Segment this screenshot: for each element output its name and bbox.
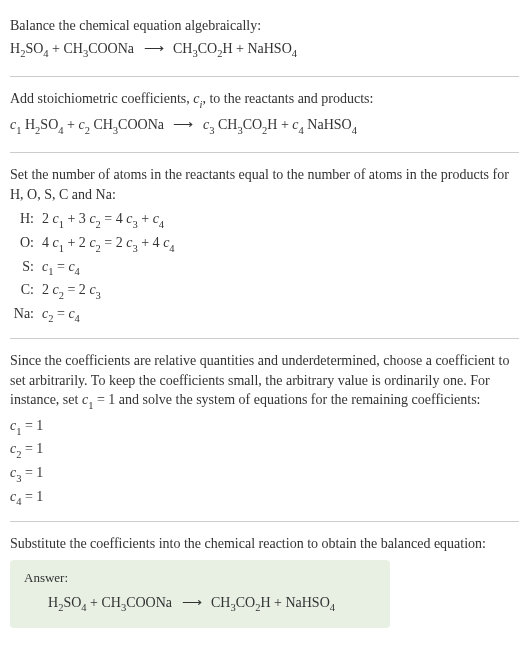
coeff-row: c3 = 1 bbox=[10, 462, 519, 486]
eq-sub: 3 bbox=[192, 48, 197, 59]
eq-sub: 3 bbox=[83, 48, 88, 59]
eq-text: COONa bbox=[118, 117, 167, 132]
eq-sub: 4 bbox=[43, 48, 48, 59]
eq-sub: 3 bbox=[121, 602, 126, 613]
eq-text: CH bbox=[214, 117, 237, 132]
atom-label: C: bbox=[10, 279, 42, 303]
divider bbox=[10, 76, 519, 77]
eq-text: CH bbox=[208, 595, 231, 610]
eq-sub: 3 bbox=[230, 602, 235, 613]
var-sub: 1 bbox=[16, 125, 21, 136]
eq-text: CO bbox=[198, 41, 217, 56]
eq-text: SO bbox=[25, 41, 43, 56]
arrow-icon: ⟶ bbox=[144, 38, 164, 60]
var-sub: 3 bbox=[209, 125, 214, 136]
eq-text: H + NaHSO bbox=[260, 595, 329, 610]
eq-text: + CH bbox=[49, 41, 83, 56]
eq-sub: 2 bbox=[262, 125, 267, 136]
eq-sub: 4 bbox=[81, 602, 86, 613]
atom-label: H: bbox=[10, 208, 42, 232]
coeff-row: c2 = 1 bbox=[10, 438, 519, 462]
atom-equation: 2 c2 = 2 c3 bbox=[42, 279, 519, 303]
atom-row: S: c1 = c4 bbox=[10, 256, 519, 280]
section-problem: Balance the chemical equation algebraica… bbox=[10, 8, 519, 72]
eq-text: H bbox=[21, 117, 35, 132]
atom-label: S: bbox=[10, 256, 42, 280]
eq-text: SO bbox=[40, 117, 58, 132]
eq-text: + bbox=[64, 117, 79, 132]
var-c: c bbox=[292, 117, 298, 132]
answer-label: Answer: bbox=[24, 570, 376, 586]
atom-equation: c2 = c4 bbox=[42, 303, 519, 327]
eq-text: H bbox=[10, 41, 20, 56]
eq-text: SO bbox=[63, 595, 81, 610]
problem-equation: H2SO4 + CH3COONa ⟶ CH3CO2H + NaHSO4 bbox=[10, 38, 519, 63]
eq-text: H + bbox=[267, 117, 292, 132]
atom-equation: 4 c1 + 2 c2 = 2 c3 + 4 c4 bbox=[42, 232, 519, 256]
atom-row: H: 2 c1 + 3 c2 = 4 c3 + c4 bbox=[10, 208, 519, 232]
eq-sub: 4 bbox=[292, 48, 297, 59]
atom-label: O: bbox=[10, 232, 42, 256]
atom-equation: c1 = c4 bbox=[42, 256, 519, 280]
solve-intro: Since the coefficients are relative quan… bbox=[10, 351, 519, 413]
answer-equation: H2SO4 + CH3COONa ⟶ CH3CO2H + NaHSO4 bbox=[24, 592, 376, 617]
eq-sub: 2 bbox=[35, 125, 40, 136]
var-c: c bbox=[78, 117, 84, 132]
eq-text: H + NaHSO bbox=[222, 41, 291, 56]
intro-text: , to the reactants and products: bbox=[202, 91, 373, 106]
eq-sub: 4 bbox=[352, 125, 357, 136]
var-sub: i bbox=[199, 99, 202, 110]
stoich-equation: c1 H2SO4 + c2 CH3COONa ⟶ c3 CH3CO2H + c4… bbox=[10, 114, 519, 139]
stoich-intro: Add stoichiometric coefficients, ci, to … bbox=[10, 89, 519, 111]
eq-text: CO bbox=[243, 117, 262, 132]
eq-sub: 2 bbox=[20, 48, 25, 59]
intro-text: = 1 and solve the system of equations fo… bbox=[93, 392, 480, 407]
eq-sub: 2 bbox=[217, 48, 222, 59]
coeff-row: c1 = 1 bbox=[10, 415, 519, 439]
answer-box: Answer: H2SO4 + CH3COONa ⟶ CH3CO2H + NaH… bbox=[10, 560, 390, 629]
arrow-icon: ⟶ bbox=[173, 114, 193, 136]
atom-row: C: 2 c2 = 2 c3 bbox=[10, 279, 519, 303]
eq-text: H bbox=[48, 595, 58, 610]
section-solve: Since the coefficients are relative quan… bbox=[10, 343, 519, 517]
answer-intro: Substitute the coefficients into the che… bbox=[10, 534, 519, 554]
eq-sub: 2 bbox=[255, 602, 260, 613]
coefficient-list: c1 = 1 c2 = 1 c3 = 1 c4 = 1 bbox=[10, 415, 519, 509]
eq-text: CH bbox=[90, 117, 113, 132]
atom-row: Na: c2 = c4 bbox=[10, 303, 519, 327]
atoms-intro: Set the number of atoms in the reactants… bbox=[10, 165, 519, 204]
eq-text: + CH bbox=[87, 595, 121, 610]
eq-text: NaHSO bbox=[304, 117, 352, 132]
var-sub: 4 bbox=[299, 125, 304, 136]
atom-equations-table: H: 2 c1 + 3 c2 = 4 c3 + c4 O: 4 c1 + 2 c… bbox=[10, 208, 519, 326]
eq-text: COONa bbox=[88, 41, 137, 56]
eq-text: COONa bbox=[126, 595, 175, 610]
var-sub: 1 bbox=[88, 400, 93, 411]
atom-label: Na: bbox=[10, 303, 42, 327]
eq-sub: 4 bbox=[330, 602, 335, 613]
atom-row: O: 4 c1 + 2 c2 = 2 c3 + 4 c4 bbox=[10, 232, 519, 256]
coeff-row: c4 = 1 bbox=[10, 486, 519, 510]
eq-text: CH bbox=[170, 41, 193, 56]
divider bbox=[10, 521, 519, 522]
divider bbox=[10, 152, 519, 153]
eq-sub: 4 bbox=[58, 125, 63, 136]
eq-text: CO bbox=[236, 595, 255, 610]
eq-sub: 3 bbox=[113, 125, 118, 136]
var-sub: 2 bbox=[85, 125, 90, 136]
section-answer: Substitute the coefficients into the che… bbox=[10, 526, 519, 636]
divider bbox=[10, 338, 519, 339]
section-stoichiometric: Add stoichiometric coefficients, ci, to … bbox=[10, 81, 519, 148]
intro-text: Add stoichiometric coefficients, bbox=[10, 91, 193, 106]
atom-equation: 2 c1 + 3 c2 = 4 c3 + c4 bbox=[42, 208, 519, 232]
problem-intro: Balance the chemical equation algebraica… bbox=[10, 16, 519, 36]
arrow-icon: ⟶ bbox=[182, 592, 202, 614]
section-atoms: Set the number of atoms in the reactants… bbox=[10, 157, 519, 334]
eq-sub: 3 bbox=[237, 125, 242, 136]
eq-sub: 2 bbox=[58, 602, 63, 613]
